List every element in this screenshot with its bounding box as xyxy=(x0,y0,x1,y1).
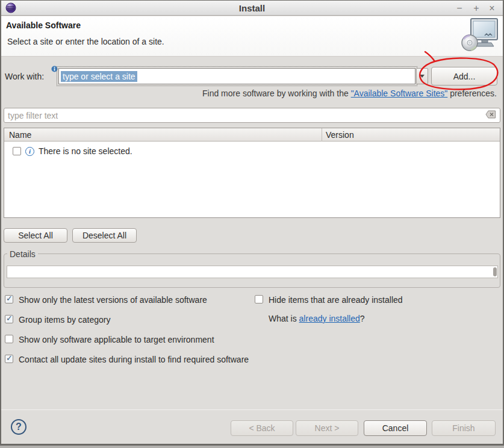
help-button[interactable]: ? xyxy=(11,419,26,435)
chevron-down-icon xyxy=(420,75,425,78)
find-more-text: Find more software by working with the "… xyxy=(202,89,497,98)
find-more-prefix: Find more software by working with the xyxy=(202,89,351,98)
column-separator[interactable] xyxy=(322,128,322,142)
option-label: Contact all update sites during install … xyxy=(19,355,249,364)
column-header-version[interactable]: Version xyxy=(326,130,354,140)
combobox-dropdown-button[interactable] xyxy=(416,68,428,84)
window-shadow xyxy=(0,446,504,448)
monitor-cd-icon xyxy=(461,17,499,55)
checkbox[interactable] xyxy=(5,355,13,363)
wizard-banner: Available Software Select a site or ente… xyxy=(1,16,503,57)
software-table[interactable]: Name Version i There is no site selected… xyxy=(4,128,500,218)
details-legend: Details xyxy=(7,249,38,259)
close-icon[interactable]: × xyxy=(486,3,498,14)
info-icon xyxy=(51,64,58,71)
combobox-selected-text: type or select a site xyxy=(61,71,137,82)
row-text: There is no site selected. xyxy=(39,146,132,156)
available-software-sites-link[interactable]: "Available Software Sites" xyxy=(351,89,448,98)
add-button[interactable]: Add... xyxy=(431,67,497,86)
what-is-prefix: What is xyxy=(269,314,299,323)
info-icon: i xyxy=(25,147,34,156)
option-hide-installed[interactable]: Hide items that are already installed xyxy=(255,295,403,305)
select-all-button[interactable]: Select All xyxy=(4,228,67,243)
work-with-label: Work with: xyxy=(5,72,44,81)
work-with-combobox[interactable]: type or select a site xyxy=(58,68,415,84)
checkbox[interactable] xyxy=(5,315,13,323)
next-button[interactable]: Next > xyxy=(296,420,358,436)
maximize-icon[interactable]: + xyxy=(470,3,482,14)
checkbox[interactable] xyxy=(5,335,13,343)
option-label: Group items by category xyxy=(19,315,111,325)
details-scrollbar[interactable] xyxy=(493,267,497,276)
already-installed-link[interactable]: already installed xyxy=(299,314,360,323)
page-subtitle: Select a site or enter the location of a… xyxy=(7,37,164,46)
find-more-suffix: preferences. xyxy=(447,89,497,98)
what-is-installed-text: What is already installed? xyxy=(269,314,365,323)
details-textarea[interactable] xyxy=(7,266,498,278)
option-label: Hide items that are already installed xyxy=(269,295,403,305)
column-header-name[interactable]: Name xyxy=(9,130,31,140)
checkbox[interactable] xyxy=(255,295,263,303)
back-button[interactable]: < Back xyxy=(231,420,293,436)
checkbox[interactable] xyxy=(5,295,13,303)
option-show-latest[interactable]: Show only the latest versions of availab… xyxy=(5,295,207,305)
clear-filter-icon[interactable] xyxy=(485,110,496,120)
option-target-environment[interactable]: Show only software applicable to target … xyxy=(5,335,214,344)
window-border-left xyxy=(0,0,1,448)
window-title: Install xyxy=(1,3,503,13)
finish-button[interactable]: Finish xyxy=(432,420,496,436)
cancel-button[interactable]: Cancel xyxy=(364,420,427,436)
table-header[interactable]: Name Version xyxy=(4,128,500,142)
option-contact-update-sites[interactable]: Contact all update sites during install … xyxy=(5,355,249,364)
footer-separator xyxy=(1,409,503,410)
option-label: Show only the latest versions of availab… xyxy=(19,295,207,305)
page-title: Available Software xyxy=(6,20,81,30)
filter-input[interactable]: type filter text xyxy=(4,108,500,123)
install-dialog: Install − + × Available Software Select … xyxy=(0,0,504,448)
minimize-icon[interactable]: − xyxy=(453,3,465,14)
table-row[interactable]: i There is no site selected. xyxy=(4,145,500,157)
filter-placeholder: type filter text xyxy=(8,111,485,120)
title-bar[interactable]: Install − + × xyxy=(1,1,503,16)
deselect-all-button[interactable]: Deselect All xyxy=(72,228,137,243)
row-checkbox[interactable] xyxy=(13,147,21,155)
what-is-suffix: ? xyxy=(360,314,365,323)
option-group-by-category[interactable]: Group items by category xyxy=(5,315,111,325)
option-label: Show only software applicable to target … xyxy=(19,335,214,344)
